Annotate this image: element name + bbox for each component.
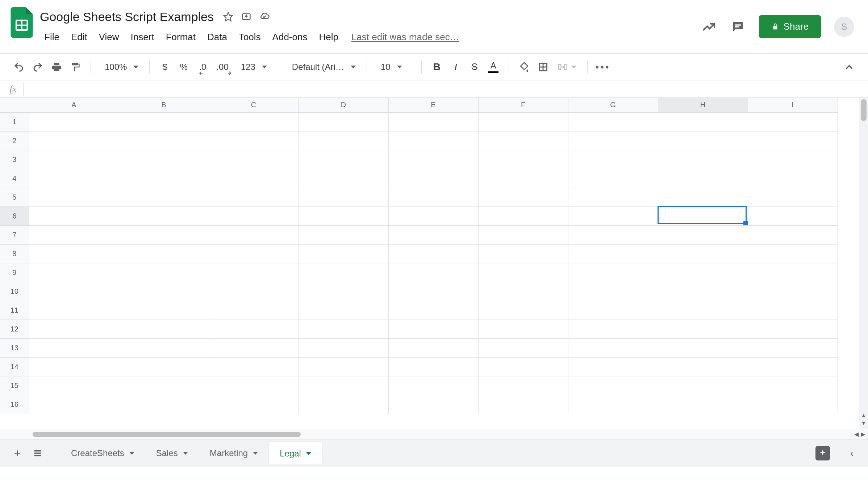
row-header[interactable]: 10: [0, 282, 29, 301]
collapse-toolbar-button[interactable]: [841, 59, 857, 75]
cell[interactable]: [209, 301, 299, 320]
cell[interactable]: [209, 357, 299, 376]
cell[interactable]: [119, 301, 209, 320]
row-header[interactable]: 13: [0, 338, 29, 357]
cell[interactable]: [568, 150, 658, 169]
all-sheets-button[interactable]: [29, 445, 46, 462]
cell[interactable]: [748, 206, 838, 225]
cell[interactable]: [299, 150, 388, 169]
cell[interactable]: [119, 338, 209, 357]
cell[interactable]: [119, 150, 209, 169]
cell[interactable]: [478, 169, 568, 188]
cell[interactable]: [658, 282, 748, 301]
cell[interactable]: [478, 131, 568, 150]
menu-help[interactable]: Help: [313, 29, 344, 45]
cell[interactable]: [568, 169, 658, 188]
cell[interactable]: [209, 131, 299, 150]
chevron-down-icon[interactable]: [183, 452, 188, 455]
sheet-tab[interactable]: Marketing: [199, 442, 269, 464]
cell[interactable]: [388, 150, 478, 169]
font-family-dropdown[interactable]: Default (Ari…: [285, 62, 359, 72]
cell[interactable]: [658, 188, 748, 206]
cell[interactable]: [388, 112, 478, 131]
cell[interactable]: [299, 357, 388, 376]
cell[interactable]: [478, 188, 568, 206]
cell[interactable]: [748, 301, 838, 320]
cell[interactable]: [119, 131, 209, 150]
more-toolbar-button[interactable]: •••: [595, 59, 611, 75]
cell[interactable]: [478, 244, 568, 263]
document-title[interactable]: Google Sheets Script Examples: [36, 10, 214, 24]
cell[interactable]: [299, 112, 388, 131]
cell[interactable]: [299, 169, 388, 188]
cell[interactable]: [29, 263, 119, 282]
cell[interactable]: [209, 150, 299, 169]
grid-scroll[interactable]: ABCDEFGHI12345678910111213141516: [0, 98, 859, 429]
cell[interactable]: [658, 376, 748, 395]
cell[interactable]: [658, 150, 748, 169]
move-icon[interactable]: [241, 11, 252, 22]
menu-tools[interactable]: Tools: [233, 29, 267, 45]
borders-button[interactable]: [535, 59, 551, 75]
row-header[interactable]: 7: [0, 225, 29, 244]
menu-format[interactable]: Format: [160, 29, 201, 45]
cell[interactable]: [568, 206, 658, 225]
chevron-down-icon[interactable]: [253, 452, 258, 455]
row-header[interactable]: 4: [0, 169, 29, 188]
menu-data[interactable]: Data: [201, 29, 233, 45]
zoom-dropdown[interactable]: 100%: [98, 62, 142, 72]
cell[interactable]: [119, 357, 209, 376]
cell[interactable]: [119, 320, 209, 338]
cell[interactable]: [748, 112, 838, 131]
undo-button[interactable]: [11, 59, 27, 75]
cell[interactable]: [29, 320, 119, 338]
decrease-decimal-button[interactable]: .0: [195, 59, 210, 75]
cell[interactable]: [748, 225, 838, 244]
cell[interactable]: [568, 357, 658, 376]
cell[interactable]: [748, 169, 838, 188]
cell[interactable]: [658, 320, 748, 338]
cell[interactable]: [29, 376, 119, 395]
cell[interactable]: [658, 338, 748, 357]
cell[interactable]: [568, 131, 658, 150]
scroll-right-icon[interactable]: ▶: [861, 431, 865, 438]
cell[interactable]: [748, 376, 838, 395]
cell[interactable]: [299, 206, 388, 225]
cell[interactable]: [299, 395, 388, 414]
cell[interactable]: [748, 131, 838, 150]
increase-decimal-button[interactable]: .00: [213, 59, 231, 75]
cell[interactable]: [478, 206, 568, 225]
share-button[interactable]: Share: [759, 15, 821, 38]
cell[interactable]: [478, 112, 568, 131]
cell[interactable]: [388, 320, 478, 338]
cell[interactable]: [748, 263, 838, 282]
cell[interactable]: [299, 338, 388, 357]
cloud-check-icon[interactable]: [259, 11, 270, 22]
cell[interactable]: [29, 357, 119, 376]
cell[interactable]: [658, 395, 748, 414]
cell[interactable]: [388, 131, 478, 150]
sheet-tab[interactable]: CreateSheets: [60, 442, 145, 464]
cell[interactable]: [478, 395, 568, 414]
row-header[interactable]: 2: [0, 131, 29, 150]
more-formats-dropdown[interactable]: 123: [234, 62, 271, 72]
merge-cells-dropdown[interactable]: [554, 62, 580, 72]
cell[interactable]: [119, 282, 209, 301]
cell[interactable]: [209, 188, 299, 206]
cell[interactable]: [748, 188, 838, 206]
cell[interactable]: [119, 206, 209, 225]
row-header[interactable]: 6: [0, 206, 29, 225]
cell[interactable]: [29, 338, 119, 357]
cell[interactable]: [299, 320, 388, 338]
cell[interactable]: [478, 150, 568, 169]
cell[interactable]: [658, 263, 748, 282]
cell[interactable]: [119, 244, 209, 263]
cell[interactable]: [29, 131, 119, 150]
print-button[interactable]: [49, 59, 64, 75]
cell[interactable]: [299, 301, 388, 320]
cell[interactable]: [29, 282, 119, 301]
cell[interactable]: [478, 263, 568, 282]
cell[interactable]: [568, 112, 658, 131]
cell[interactable]: [119, 112, 209, 131]
cell[interactable]: [568, 301, 658, 320]
